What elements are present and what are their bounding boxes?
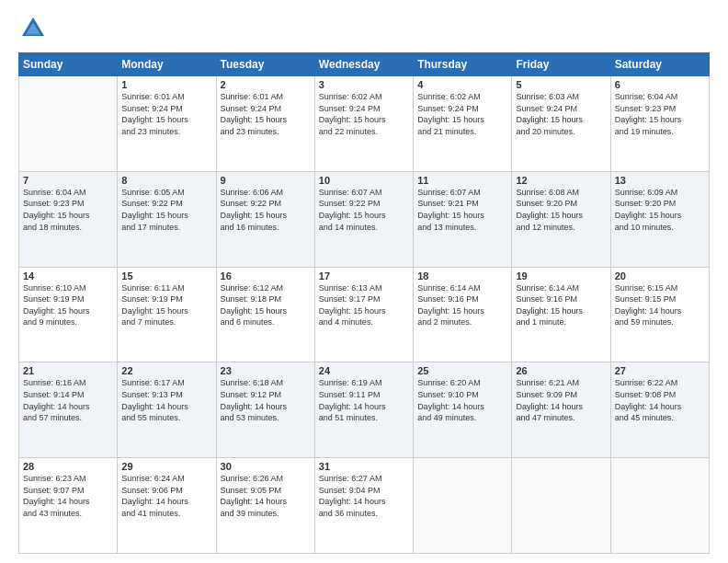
calendar-cell: 3Sunrise: 6:02 AMSunset: 9:24 PMDaylight… bbox=[314, 76, 413, 172]
calendar-cell: 28Sunrise: 6:23 AMSunset: 9:07 PMDayligh… bbox=[19, 458, 118, 554]
day-number: 23 bbox=[221, 365, 311, 376]
calendar-week-3: 14Sunrise: 6:10 AMSunset: 9:19 PMDayligh… bbox=[19, 267, 710, 362]
calendar-cell: 7Sunrise: 6:04 AMSunset: 9:23 PMDaylight… bbox=[19, 171, 118, 267]
day-number: 4 bbox=[417, 79, 507, 90]
day-of-week-wednesday: Wednesday bbox=[314, 53, 413, 76]
calendar-cell: 23Sunrise: 6:18 AMSunset: 9:12 PMDayligh… bbox=[216, 362, 314, 458]
day-number: 28 bbox=[23, 461, 113, 472]
calendar-cell: 5Sunrise: 6:03 AMSunset: 9:24 PMDaylight… bbox=[512, 76, 610, 172]
day-number: 20 bbox=[615, 270, 705, 282]
day-of-week-monday: Monday bbox=[118, 53, 216, 76]
day-info: Sunrise: 6:15 AMSunset: 9:15 PMDaylight:… bbox=[615, 282, 705, 328]
day-info: Sunrise: 6:27 AMSunset: 9:04 PMDaylight:… bbox=[319, 473, 409, 519]
day-number: 1 bbox=[121, 79, 211, 90]
calendar-cell bbox=[414, 458, 512, 554]
day-info: Sunrise: 6:01 AMSunset: 9:24 PMDaylight:… bbox=[121, 91, 211, 137]
calendar-cell: 6Sunrise: 6:04 AMSunset: 9:23 PMDaylight… bbox=[610, 76, 709, 172]
day-number: 7 bbox=[23, 175, 113, 186]
day-info: Sunrise: 6:22 AMSunset: 9:08 PMDaylight:… bbox=[615, 377, 705, 423]
day-number: 21 bbox=[23, 365, 113, 376]
calendar-cell: 13Sunrise: 6:09 AMSunset: 9:20 PMDayligh… bbox=[610, 171, 709, 267]
day-info: Sunrise: 6:19 AMSunset: 9:11 PMDaylight:… bbox=[319, 377, 409, 423]
day-number: 15 bbox=[121, 270, 211, 282]
calendar-cell: 22Sunrise: 6:17 AMSunset: 9:13 PMDayligh… bbox=[118, 362, 216, 458]
day-info: Sunrise: 6:14 AMSunset: 9:16 PMDaylight:… bbox=[516, 282, 606, 328]
day-of-week-tuesday: Tuesday bbox=[216, 53, 314, 76]
calendar-cell: 17Sunrise: 6:13 AMSunset: 9:17 PMDayligh… bbox=[314, 267, 413, 362]
day-info: Sunrise: 6:17 AMSunset: 9:13 PMDaylight:… bbox=[121, 377, 211, 423]
calendar-week-2: 7Sunrise: 6:04 AMSunset: 9:23 PMDaylight… bbox=[19, 171, 710, 267]
day-info: Sunrise: 6:18 AMSunset: 9:12 PMDaylight:… bbox=[221, 377, 311, 423]
day-number: 9 bbox=[221, 175, 311, 186]
page: SundayMondayTuesdayWednesdayThursdayFrid… bbox=[0, 0, 728, 563]
calendar-cell bbox=[512, 458, 610, 554]
day-number: 24 bbox=[319, 365, 409, 376]
day-number: 17 bbox=[319, 270, 409, 282]
calendar-cell: 20Sunrise: 6:15 AMSunset: 9:15 PMDayligh… bbox=[610, 267, 709, 362]
calendar-week-5: 28Sunrise: 6:23 AMSunset: 9:07 PMDayligh… bbox=[19, 458, 710, 554]
day-info: Sunrise: 6:24 AMSunset: 9:06 PMDaylight:… bbox=[121, 473, 211, 519]
calendar-cell: 18Sunrise: 6:14 AMSunset: 9:16 PMDayligh… bbox=[414, 267, 512, 362]
day-info: Sunrise: 6:02 AMSunset: 9:24 PMDaylight:… bbox=[319, 91, 409, 137]
day-number: 22 bbox=[121, 365, 211, 376]
calendar-cell: 10Sunrise: 6:07 AMSunset: 9:22 PMDayligh… bbox=[314, 171, 413, 267]
day-info: Sunrise: 6:20 AMSunset: 9:10 PMDaylight:… bbox=[417, 377, 507, 423]
day-number: 6 bbox=[615, 79, 705, 90]
day-number: 13 bbox=[615, 175, 705, 186]
day-info: Sunrise: 6:21 AMSunset: 9:09 PMDaylight:… bbox=[516, 377, 606, 423]
calendar-cell: 21Sunrise: 6:16 AMSunset: 9:14 PMDayligh… bbox=[19, 362, 118, 458]
calendar-cell bbox=[19, 76, 118, 172]
calendar-cell: 30Sunrise: 6:26 AMSunset: 9:05 PMDayligh… bbox=[216, 458, 314, 554]
day-info: Sunrise: 6:06 AMSunset: 9:22 PMDaylight:… bbox=[221, 187, 311, 233]
calendar-week-4: 21Sunrise: 6:16 AMSunset: 9:14 PMDayligh… bbox=[19, 362, 710, 458]
day-info: Sunrise: 6:10 AMSunset: 9:19 PMDaylight:… bbox=[23, 282, 113, 328]
day-info: Sunrise: 6:03 AMSunset: 9:24 PMDaylight:… bbox=[516, 91, 606, 137]
day-number: 2 bbox=[221, 79, 311, 90]
day-info: Sunrise: 6:12 AMSunset: 9:18 PMDaylight:… bbox=[221, 282, 311, 328]
day-header-row: SundayMondayTuesdayWednesdayThursdayFrid… bbox=[19, 53, 710, 76]
calendar-cell bbox=[610, 458, 709, 554]
calendar-cell: 27Sunrise: 6:22 AMSunset: 9:08 PMDayligh… bbox=[610, 362, 709, 458]
calendar-cell: 12Sunrise: 6:08 AMSunset: 9:20 PMDayligh… bbox=[512, 171, 610, 267]
calendar-cell: 19Sunrise: 6:14 AMSunset: 9:16 PMDayligh… bbox=[512, 267, 610, 362]
day-number: 5 bbox=[516, 79, 606, 90]
calendar-cell: 4Sunrise: 6:02 AMSunset: 9:24 PMDaylight… bbox=[414, 76, 512, 172]
day-number: 3 bbox=[319, 79, 409, 90]
day-info: Sunrise: 6:09 AMSunset: 9:20 PMDaylight:… bbox=[615, 187, 705, 233]
calendar-cell: 2Sunrise: 6:01 AMSunset: 9:24 PMDaylight… bbox=[216, 76, 314, 172]
day-number: 31 bbox=[319, 461, 409, 472]
calendar-cell: 16Sunrise: 6:12 AMSunset: 9:18 PMDayligh… bbox=[216, 267, 314, 362]
calendar-table: SundayMondayTuesdayWednesdayThursdayFrid… bbox=[18, 52, 710, 554]
calendar-cell: 25Sunrise: 6:20 AMSunset: 9:10 PMDayligh… bbox=[414, 362, 512, 458]
day-of-week-thursday: Thursday bbox=[414, 53, 512, 76]
day-number: 30 bbox=[221, 461, 311, 472]
day-number: 11 bbox=[417, 175, 507, 186]
day-of-week-friday: Friday bbox=[512, 53, 610, 76]
calendar-cell: 8Sunrise: 6:05 AMSunset: 9:22 PMDaylight… bbox=[118, 171, 216, 267]
day-info: Sunrise: 6:16 AMSunset: 9:14 PMDaylight:… bbox=[23, 377, 113, 423]
day-number: 25 bbox=[417, 365, 507, 376]
calendar-cell: 29Sunrise: 6:24 AMSunset: 9:06 PMDayligh… bbox=[118, 458, 216, 554]
header bbox=[18, 14, 710, 43]
day-number: 27 bbox=[615, 365, 705, 376]
day-info: Sunrise: 6:05 AMSunset: 9:22 PMDaylight:… bbox=[121, 187, 211, 233]
day-info: Sunrise: 6:02 AMSunset: 9:24 PMDaylight:… bbox=[417, 91, 507, 137]
day-info: Sunrise: 6:01 AMSunset: 9:24 PMDaylight:… bbox=[221, 91, 311, 137]
calendar-cell: 26Sunrise: 6:21 AMSunset: 9:09 PMDayligh… bbox=[512, 362, 610, 458]
day-info: Sunrise: 6:23 AMSunset: 9:07 PMDaylight:… bbox=[23, 473, 113, 519]
day-info: Sunrise: 6:08 AMSunset: 9:20 PMDaylight:… bbox=[516, 187, 606, 233]
day-number: 16 bbox=[221, 270, 311, 282]
day-of-week-sunday: Sunday bbox=[19, 53, 118, 76]
day-info: Sunrise: 6:14 AMSunset: 9:16 PMDaylight:… bbox=[417, 282, 507, 328]
calendar-cell: 15Sunrise: 6:11 AMSunset: 9:19 PMDayligh… bbox=[118, 267, 216, 362]
day-info: Sunrise: 6:04 AMSunset: 9:23 PMDaylight:… bbox=[615, 91, 705, 137]
day-number: 19 bbox=[516, 270, 606, 282]
calendar-cell: 14Sunrise: 6:10 AMSunset: 9:19 PMDayligh… bbox=[19, 267, 118, 362]
logo bbox=[18, 14, 51, 43]
day-number: 14 bbox=[23, 270, 113, 282]
calendar-cell: 1Sunrise: 6:01 AMSunset: 9:24 PMDaylight… bbox=[118, 76, 216, 172]
day-info: Sunrise: 6:04 AMSunset: 9:23 PMDaylight:… bbox=[23, 187, 113, 233]
calendar-cell: 24Sunrise: 6:19 AMSunset: 9:11 PMDayligh… bbox=[314, 362, 413, 458]
day-info: Sunrise: 6:11 AMSunset: 9:19 PMDaylight:… bbox=[121, 282, 211, 328]
day-number: 10 bbox=[319, 175, 409, 186]
